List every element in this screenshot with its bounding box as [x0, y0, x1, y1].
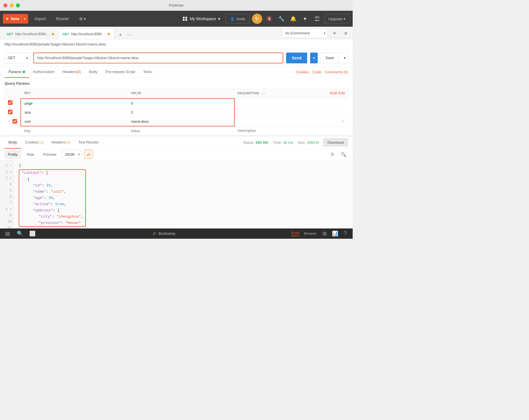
- bootcamp-button[interactable]: 🎓 Bootcamp: [152, 231, 175, 236]
- row3-value-input[interactable]: [131, 118, 230, 125]
- new-key-input[interactable]: [24, 128, 124, 134]
- bulk-edit-button[interactable]: Bulk Edit: [330, 91, 345, 95]
- search-icon-button[interactable]: 🔍: [16, 230, 24, 238]
- save-button[interactable]: Save: [321, 53, 339, 63]
- format-tab-raw[interactable]: Raw: [23, 150, 38, 159]
- import-button[interactable]: Import: [30, 14, 50, 24]
- tab-params[interactable]: Params: [5, 66, 29, 78]
- line-num-9: 9: [3, 213, 12, 219]
- row1-value-input[interactable]: [131, 100, 230, 107]
- tab-body[interactable]: Body: [85, 66, 102, 78]
- new-value-input[interactable]: [131, 128, 231, 134]
- resp-tab-cookies[interactable]: Cookies (1): [21, 136, 47, 149]
- settings-icon-button[interactable]: ⚙: [341, 29, 350, 38]
- resp-headers-count: (3): [66, 140, 71, 144]
- console-button[interactable]: ⬜: [28, 230, 36, 238]
- add-tab-button[interactable]: +: [116, 31, 124, 39]
- sync-icon: ↻: [255, 16, 259, 22]
- params-section: Query Params KEY VALUE DESCRIPTION ··· B…: [0, 78, 353, 136]
- method-wrapper: GET POST PUT DELETE: [5, 53, 30, 63]
- save-caret-button[interactable]: ▾: [342, 53, 348, 63]
- col-desc-header: DESCRIPTION ··· Bulk Edit: [234, 88, 348, 99]
- new-desc-input[interactable]: [238, 127, 345, 134]
- dots-button[interactable]: ···: [261, 90, 266, 96]
- line-num-8[interactable]: 8 ▾: [3, 206, 12, 213]
- url-input[interactable]: [33, 53, 283, 63]
- maximize-button[interactable]: [16, 3, 20, 7]
- new-caret-icon[interactable]: ▾: [21, 14, 25, 24]
- line-num-5: 5: [3, 188, 12, 194]
- code-line-1: {: [19, 163, 348, 169]
- build-button[interactable]: Build: [291, 231, 299, 236]
- new-button[interactable]: + New ▾: [3, 14, 28, 24]
- code-link[interactable]: Code: [313, 70, 321, 74]
- graph-icon-button[interactable]: 📊: [331, 230, 339, 238]
- line-num-1[interactable]: 1 ▾: [3, 163, 12, 169]
- search-button[interactable]: 🔍: [339, 150, 348, 159]
- row2-desc-cell: [234, 108, 348, 117]
- resp-tab-test-results[interactable]: Test Results: [75, 136, 103, 149]
- env-select-wrapper: No Environment: [282, 29, 328, 38]
- copy-button[interactable]: ⧉: [328, 150, 337, 159]
- row3-key-input[interactable]: [24, 118, 124, 125]
- line-num-2[interactable]: 2 ▾: [3, 169, 12, 175]
- heart-icon-button[interactable]: ♥: [300, 14, 310, 24]
- comments-link[interactable]: Comments (0): [325, 70, 348, 74]
- tab-authorization[interactable]: Authorization: [29, 66, 59, 78]
- bell-icon-button[interactable]: 🔔: [288, 14, 298, 24]
- format-select[interactable]: JSON: [62, 150, 82, 159]
- time-label: Time: 36 ms: [273, 140, 293, 145]
- tab-prerequest[interactable]: Pre-request Script: [101, 66, 139, 78]
- row2-key-input[interactable]: [24, 109, 124, 116]
- line-num-3[interactable]: 3 ▾: [3, 175, 12, 181]
- wrap-button[interactable]: ⇌: [84, 150, 93, 159]
- code-line-3: {: [19, 176, 85, 182]
- method-select[interactable]: GET POST PUT DELETE: [5, 53, 30, 63]
- row3-desc-input[interactable]: [238, 118, 341, 125]
- wrench-icon-button[interactable]: 🔧: [276, 14, 286, 24]
- tab-headers[interactable]: Headers (8): [59, 66, 85, 78]
- parachute-icon-button[interactable]: ⛱: [312, 14, 322, 24]
- row1-desc-input[interactable]: [238, 100, 345, 106]
- row1-checkbox-cell: [5, 99, 21, 108]
- resp-cookies-label: Cookies: [25, 140, 38, 144]
- row3-delete-button[interactable]: ✕: [341, 119, 345, 124]
- size-text: Size:: [297, 140, 306, 145]
- bottom-bar: ▤ 🔍 ⬜ 🎓 Bootcamp Build Browse ⊞ 📊 ?: [0, 228, 353, 239]
- row2-checkbox[interactable]: [8, 110, 13, 114]
- send-button[interactable]: Send: [286, 53, 307, 63]
- close-button[interactable]: [3, 3, 7, 7]
- upgrade-button[interactable]: Upgrade ▾: [324, 14, 350, 24]
- tab-2[interactable]: GET http://localhost:8080/people?pag: [58, 29, 114, 39]
- empty-value-cell: [127, 126, 234, 136]
- environment-select[interactable]: No Environment: [282, 29, 328, 38]
- workspace-button[interactable]: My Workspace ▾: [179, 14, 224, 24]
- tab-tests[interactable]: Tests: [139, 66, 156, 78]
- download-button[interactable]: Download: [323, 138, 348, 147]
- minimize-button[interactable]: [10, 3, 14, 7]
- resp-tab-body[interactable]: Body: [5, 136, 21, 149]
- row2-desc-input[interactable]: [238, 109, 345, 116]
- tab-1[interactable]: GET http://localhost:8080/people/1: [2, 29, 58, 39]
- row3-checkbox[interactable]: [13, 119, 17, 124]
- cookies-link[interactable]: Cookies: [296, 70, 309, 74]
- send-caret-button[interactable]: ▾: [310, 53, 318, 63]
- signal-icon-button[interactable]: 🔇: [264, 14, 274, 24]
- row2-value-input[interactable]: [131, 109, 230, 116]
- more-tabs-button[interactable]: ···: [125, 31, 133, 39]
- format-tab-preview[interactable]: Preview: [40, 150, 60, 159]
- sync-button[interactable]: ↻: [252, 14, 262, 24]
- sidebar-toggle-button[interactable]: ▤: [3, 230, 11, 238]
- format-tab-pretty[interactable]: Pretty: [5, 150, 21, 159]
- row1-key-input[interactable]: [24, 100, 124, 107]
- req-tab-actions: Cookies Code Comments (0): [296, 70, 348, 74]
- help-button[interactable]: ?: [341, 230, 349, 238]
- builder-button[interactable]: ⊞ ▾: [75, 14, 90, 24]
- eye-icon-button[interactable]: 👁: [330, 29, 339, 38]
- row1-checkbox[interactable]: [8, 100, 13, 105]
- browse-button[interactable]: Browse: [304, 231, 316, 236]
- layout-icon-button[interactable]: ⊞: [321, 230, 329, 238]
- invite-button[interactable]: 👤 Invite: [226, 14, 249, 24]
- runner-button[interactable]: Runner: [52, 14, 73, 24]
- resp-tab-headers[interactable]: Headers (3): [47, 136, 75, 149]
